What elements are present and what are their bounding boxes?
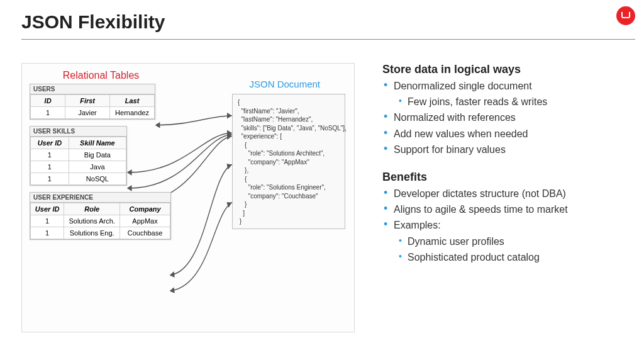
- list-item: Few joins, faster reads & writes: [382, 94, 625, 109]
- user-experience-table: USER EXPERIENCE User ID Role Company 1So…: [30, 192, 171, 240]
- relational-tables-label: Relational Tables: [52, 70, 150, 81]
- couchbase-logo-icon: [616, 6, 635, 25]
- list-item: Examples:: [382, 218, 625, 232]
- diagram-panel: Relational Tables JSON Document USERS ID…: [21, 63, 355, 332]
- table-row: 1Java: [31, 161, 126, 173]
- skills-caption: USER SKILLS: [30, 127, 126, 137]
- heading-store: Store data in logical ways: [382, 63, 625, 76]
- json-document-box: { "firstName": "Javier", "lastName": "He…: [232, 94, 345, 229]
- title-divider: [21, 39, 635, 40]
- users-header-last: Last: [110, 95, 155, 107]
- exp-header-role: Role: [64, 203, 120, 215]
- exp-header-company: Company: [120, 203, 170, 215]
- list-item: Normalized with references: [382, 110, 625, 125]
- users-header-first: First: [65, 95, 110, 107]
- skills-header-userid: User ID: [31, 137, 69, 149]
- list-item: Sophisticated product catalog: [382, 250, 625, 264]
- list-item: Developer dictates structure (not DBA): [382, 186, 625, 201]
- users-header-id: ID: [31, 95, 65, 107]
- table-row: 1NoSQL: [31, 173, 126, 185]
- skills-header-name: Skill Name: [69, 137, 126, 149]
- slide-content: Relational Tables JSON Document USERS ID…: [21, 63, 625, 332]
- store-list: Denormalized single document Few joins, …: [382, 79, 625, 157]
- users-caption: USERS: [30, 84, 155, 94]
- text-column: Store data in logical ways Denormalized …: [382, 63, 625, 332]
- table-row: 1Solutions Arch.AppMax: [31, 215, 170, 227]
- users-table: USERS ID First Last 1 Javier Hernandez: [30, 84, 155, 120]
- list-item: Denormalized single document: [382, 79, 625, 93]
- list-item: Dynamic user profiles: [382, 234, 625, 249]
- exp-caption: USER EXPERIENCE: [30, 193, 170, 203]
- table-row: 1Solutions Eng.Couchbase: [31, 227, 170, 239]
- list-item: Add new values when needed: [382, 127, 625, 141]
- exp-header-userid: User ID: [31, 203, 64, 215]
- table-row: 1 Javier Hernandez: [31, 107, 155, 119]
- list-item: Support for binary values: [382, 142, 625, 157]
- json-document-label: JSON Document: [249, 79, 320, 89]
- slide-title: JSON Flexibility: [21, 11, 165, 33]
- user-skills-table: USER SKILLS User ID Skill Name 1Big Data…: [30, 126, 127, 186]
- benefits-list: Developer dictates structure (not DBA) A…: [382, 186, 625, 264]
- heading-benefits: Benefits: [382, 171, 625, 184]
- table-row: 1Big Data: [31, 149, 126, 161]
- list-item: Aligns to agile & speeds time to market: [382, 202, 625, 217]
